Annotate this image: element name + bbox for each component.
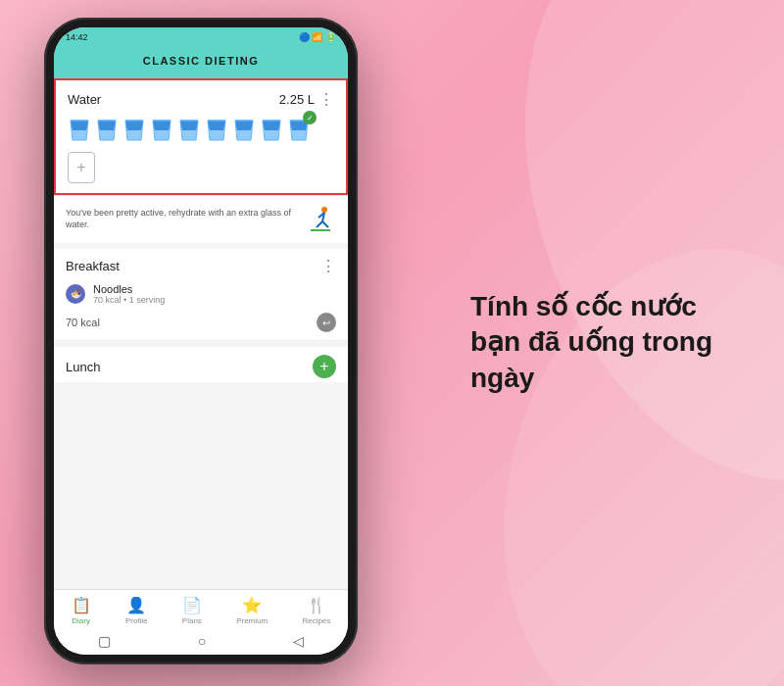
breakfast-section: Breakfast ⋮ 🍜 Noodles 70 kcal • 1 servin… (54, 249, 348, 341)
food-icon: 🍜 (66, 284, 85, 304)
diary-label: Diary (72, 616, 90, 625)
app-header: CLASSIC DIETING (54, 47, 348, 78)
phone-frame: 14:42 🔵 📶 🔋 CLASSIC DIETING Water 2.25 L… (44, 18, 358, 664)
cup-5[interactable] (177, 117, 201, 144)
nav-premium[interactable]: ⭐ Premium (236, 596, 268, 625)
food-detail: 70 kcal • 1 serving (93, 295, 336, 305)
lunch-section: Lunch + (54, 347, 348, 382)
cup-2[interactable] (95, 117, 119, 144)
lunch-title: Lunch (66, 360, 100, 374)
svg-rect-16 (311, 229, 330, 231)
cup-7[interactable] (232, 117, 256, 144)
water-highlight-box: Water 2.25 L ⋮ (54, 78, 348, 195)
water-label: Water (68, 92, 101, 107)
cup-6[interactable] (205, 117, 228, 144)
promo-text-block: Tính số cốc nước bạn đã uống trong ngày (470, 289, 745, 396)
nav-profile[interactable]: 👤 Profile (125, 596, 148, 625)
cup-4[interactable] (150, 117, 173, 144)
nav-menu-btn[interactable]: ▢ (98, 633, 111, 649)
nav-back-btn[interactable]: ◁ (293, 633, 304, 649)
promo-line1: Tính số cốc nước (470, 291, 697, 321)
plans-icon: 📄 (182, 596, 202, 614)
cup-9[interactable]: ✓ (287, 117, 311, 144)
svg-line-14 (322, 221, 328, 227)
food-name: Noodles (93, 283, 336, 295)
nav-diary[interactable]: 📋 Diary (72, 596, 91, 625)
breakfast-menu-icon[interactable]: ⋮ (320, 257, 336, 275)
premium-label: Premium (236, 616, 268, 625)
status-icons: 🔵 📶 🔋 (299, 32, 336, 42)
food-item-noodles[interactable]: 🍜 Noodles 70 kcal • 1 serving (54, 279, 348, 309)
breakfast-title: Breakfast (66, 259, 120, 273)
status-time: 14:42 (66, 32, 88, 42)
water-amount: 2.25 L (279, 92, 315, 107)
nav-recipes[interactable]: 🍴 Recipes (302, 596, 330, 625)
add-cup-button[interactable]: + (68, 152, 95, 183)
cups-row: ✓ (68, 117, 334, 144)
system-nav-bar: ▢ ○ ◁ (54, 629, 348, 655)
nav-home-btn[interactable]: ○ (198, 633, 206, 649)
promo-text: Tính số cốc nước bạn đã uống trong ngày (470, 289, 745, 396)
promo-line2: bạn đã uống trong ngày (470, 327, 712, 393)
lunch-header: Lunch + (54, 347, 348, 382)
notification-text: You've been pretty active, rehydrate wit… (66, 208, 297, 230)
premium-icon: ⭐ (242, 596, 262, 614)
profile-label: Profile (125, 616, 148, 625)
notification-banner: You've been pretty active, rehydrate wit… (54, 195, 348, 243)
cup-3[interactable] (122, 117, 146, 144)
water-section: Water 2.25 L ⋮ (56, 80, 346, 193)
svg-line-13 (317, 221, 322, 227)
food-info: Noodles 70 kcal • 1 serving (93, 283, 336, 305)
status-bar: 14:42 🔵 📶 🔋 (54, 27, 348, 47)
water-header: Water 2.25 L ⋮ (68, 90, 334, 109)
cup-8[interactable] (260, 117, 283, 144)
lunch-add-button[interactable]: + (313, 355, 336, 378)
water-menu-icon[interactable]: ⋮ (318, 90, 334, 109)
recipes-icon: 🍴 (307, 596, 326, 614)
breakfast-header: Breakfast ⋮ (54, 249, 348, 279)
app-title: CLASSIC DIETING (54, 55, 348, 67)
kcal-row: 70 kcal ↩ (54, 309, 348, 341)
runner-illustration (305, 204, 336, 235)
kcal-icon: ↩ (317, 313, 336, 332)
phone-mockup: 14:42 🔵 📶 🔋 CLASSIC DIETING Water 2.25 L… (44, 18, 358, 664)
bottom-navigation: 📋 Diary 👤 Profile 📄 Plans ⭐ Premium 🍴 (54, 589, 348, 629)
check-badge: ✓ (303, 111, 317, 124)
phone-screen: 14:42 🔵 📶 🔋 CLASSIC DIETING Water 2.25 L… (54, 27, 348, 655)
kcal-value: 70 kcal (66, 317, 100, 328)
svg-point-11 (321, 207, 327, 213)
diary-icon: 📋 (72, 596, 91, 614)
profile-icon: 👤 (126, 596, 146, 614)
cup-1[interactable] (68, 117, 91, 144)
plans-label: Plans (182, 616, 202, 625)
svg-point-1 (452, 208, 784, 686)
recipes-label: Recipes (302, 616, 330, 625)
svg-point-0 (450, 0, 784, 539)
nav-plans[interactable]: 📄 Plans (182, 596, 202, 625)
